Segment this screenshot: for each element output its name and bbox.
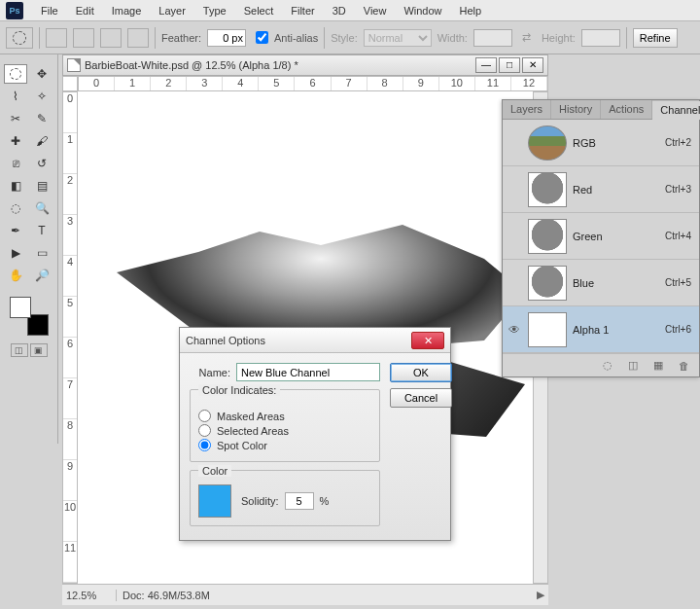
tab-actions[interactable]: Actions <box>601 100 652 119</box>
tool-path-select[interactable]: ▶ <box>4 243 27 263</box>
divider <box>39 27 40 49</box>
menu-layer[interactable]: Layer <box>151 2 193 19</box>
delete-channel-icon[interactable]: 🗑 <box>676 358 691 374</box>
selection-subtract-icon[interactable] <box>100 28 122 48</box>
foreground-swatch[interactable] <box>10 297 31 318</box>
tool-wand[interactable]: ✧ <box>30 87 53 106</box>
ruler-horizontal[interactable]: 0123456789101112 <box>78 76 548 91</box>
selection-add-icon[interactable] <box>73 28 94 48</box>
divider <box>626 27 627 49</box>
screenmode-icon[interactable]: ▣ <box>30 343 48 357</box>
tool-move[interactable]: ✥ <box>30 64 53 84</box>
channel-row-red[interactable]: Red Ctrl+3 <box>503 166 699 213</box>
tool-heal[interactable]: ✚ <box>4 131 27 151</box>
status-bar: 12.5% Doc: 46.9M/53.8M ▶ <box>62 584 548 605</box>
menu-edit[interactable]: Edit <box>68 2 102 19</box>
color-swatches[interactable] <box>10 297 49 336</box>
tool-marquee[interactable] <box>4 64 27 84</box>
tool-dodge[interactable]: 🔍 <box>30 198 53 218</box>
tool-pen[interactable]: ✒ <box>4 221 27 240</box>
visibility-toggle[interactable] <box>507 182 522 197</box>
menu-filter[interactable]: Filter <box>283 2 322 19</box>
document-titlebar[interactable]: BarbieBoat-White.psd @ 12.5% (Alpha 1/8)… <box>62 54 548 76</box>
panel-tabs: Layers History Actions Channels ≡ <box>503 100 699 120</box>
tool-blur[interactable]: ◌ <box>4 198 27 218</box>
tool-brush[interactable]: 🖌 <box>30 131 53 151</box>
antialias-checkbox[interactable] <box>256 31 268 44</box>
radio-selected-areas[interactable]: Selected Areas <box>198 424 371 437</box>
channel-row-green[interactable]: Green Ctrl+4 <box>503 213 699 260</box>
status-menu-icon[interactable]: ▶ <box>533 589 548 601</box>
channel-name: Alpha 1 <box>573 324 659 336</box>
tab-channels[interactable]: Channels <box>652 101 700 120</box>
channel-list: RGB Ctrl+2 Red Ctrl+3 Green Ctrl+4 Blue … <box>503 120 699 353</box>
ok-button[interactable]: OK <box>390 363 452 382</box>
feather-input[interactable] <box>207 29 246 47</box>
dialog-titlebar[interactable]: Channel Options ✕ <box>180 328 450 353</box>
tool-eraser[interactable]: ◧ <box>4 176 27 196</box>
tab-layers[interactable]: Layers <box>503 100 551 119</box>
channel-thumb-icon <box>528 312 567 347</box>
channel-thumb-icon <box>528 219 567 254</box>
menu-3d[interactable]: 3D <box>325 2 354 19</box>
quickmask-icon[interactable]: ◫ <box>11 343 28 357</box>
channel-thumb-icon <box>528 266 567 301</box>
visibility-toggle[interactable] <box>507 135 522 151</box>
channel-row-alpha1[interactable]: 👁 Alpha 1 Ctrl+6 <box>503 306 699 353</box>
dialog-close-button[interactable]: ✕ <box>411 332 444 349</box>
tool-lasso[interactable]: ⌇ <box>4 87 27 106</box>
channel-row-rgb[interactable]: RGB Ctrl+2 <box>503 120 699 166</box>
document-icon <box>67 58 81 72</box>
status-zoom[interactable]: 12.5% <box>62 590 117 601</box>
window-minimize-button[interactable]: — <box>475 57 497 73</box>
radio-spot-color[interactable]: Spot Color <box>198 439 371 451</box>
visibility-toggle[interactable]: 👁 <box>507 322 522 338</box>
menu-window[interactable]: Window <box>396 2 449 19</box>
solidity-percent: % <box>320 495 330 507</box>
channel-options-dialog: Channel Options ✕ Name: Color Indicates:… <box>179 327 451 541</box>
window-close-button[interactable]: ✕ <box>522 57 543 73</box>
visibility-toggle[interactable] <box>507 229 522 244</box>
cancel-button[interactable]: Cancel <box>390 388 452 408</box>
menu-file[interactable]: File <box>33 2 66 19</box>
menu-view[interactable]: View <box>356 2 395 19</box>
visibility-toggle[interactable] <box>507 275 522 291</box>
channel-shortcut: Ctrl+6 <box>665 324 695 335</box>
save-selection-icon[interactable]: ◫ <box>625 358 641 374</box>
menu-select[interactable]: Select <box>236 2 282 19</box>
menu-image[interactable]: Image <box>104 2 150 19</box>
solidity-input[interactable] <box>285 492 314 510</box>
style-select[interactable]: Normal <box>364 29 432 47</box>
window-maximize-button[interactable]: □ <box>499 57 520 73</box>
tool-hand[interactable]: ✋ <box>4 266 27 285</box>
ruler-vertical[interactable]: 01234567891011 <box>62 91 78 584</box>
tool-crop[interactable]: ✂ <box>4 109 27 128</box>
channel-shortcut: Ctrl+2 <box>665 137 695 148</box>
channel-name-input[interactable] <box>236 363 380 381</box>
channel-row-blue[interactable]: Blue Ctrl+5 <box>503 260 699 306</box>
new-channel-icon[interactable]: ▦ <box>650 358 666 374</box>
radio-masked-areas[interactable]: Masked Areas <box>198 410 371 422</box>
color-swatch[interactable] <box>198 484 231 518</box>
tool-gradient[interactable]: ▤ <box>30 176 53 196</box>
tool-zoom[interactable]: 🔎 <box>30 266 53 285</box>
menu-type[interactable]: Type <box>195 2 234 19</box>
swap-dims-icon: ⇄ <box>518 31 536 44</box>
selection-new-icon[interactable] <box>46 28 67 48</box>
menu-help[interactable]: Help <box>452 2 490 19</box>
document-title: BarbieBoat-White.psd @ 12.5% (Alpha 1/8)… <box>85 59 473 71</box>
tool-stamp[interactable]: ⎚ <box>4 154 27 173</box>
selection-intersect-icon[interactable] <box>127 28 149 48</box>
active-tool-icon[interactable] <box>6 27 33 49</box>
tool-shape[interactable]: ▭ <box>30 243 53 263</box>
ruler-origin[interactable] <box>62 76 78 91</box>
tool-history-brush[interactable]: ↺ <box>30 154 53 173</box>
tool-type[interactable]: T <box>30 221 53 240</box>
options-bar: Feather: Anti-alias Style: Normal Width:… <box>0 21 700 54</box>
tool-eyedropper[interactable]: ✎ <box>30 109 53 128</box>
refine-edge-button[interactable]: Refine <box>633 28 678 48</box>
status-doc-size[interactable]: Doc: 46.9M/53.8M <box>117 590 533 601</box>
load-selection-icon[interactable]: ◌ <box>600 358 615 374</box>
tab-history[interactable]: History <box>551 100 601 119</box>
channels-panel: Layers History Actions Channels ≡ RGB Ct… <box>502 99 700 377</box>
